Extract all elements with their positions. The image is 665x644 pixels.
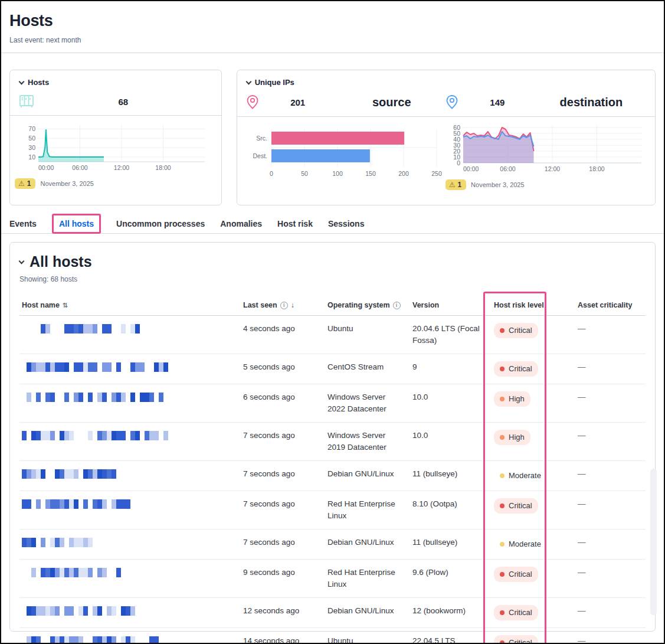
host-name-redacted[interactable] [22, 431, 169, 440]
table-row[interactable]: 7 seconds ago Windows Server 2019 Datace… [19, 423, 646, 461]
table-row[interactable]: 9 seconds ago Red Hat Enterprise Linux 9… [19, 560, 646, 598]
col-asset-criticality[interactable]: Asset criticality [575, 296, 646, 315]
asset-criticality-value: — [575, 461, 646, 491]
collapse-chevron-icon[interactable] [19, 258, 25, 264]
sort-desc-icon[interactable]: ↓ [291, 301, 294, 309]
all-hosts-panel: All hosts Showing: 68 hosts Host name ⇅ … [9, 242, 656, 632]
svg-text:18:00: 18:00 [155, 164, 171, 171]
showing-count-label: Showing: 68 hosts [19, 275, 646, 283]
collapse-chevron-icon[interactable] [245, 79, 251, 84]
col-version[interactable]: Version [410, 296, 492, 315]
host-name-redacted[interactable] [22, 499, 140, 509]
last-seen-value: 12 seconds ago [241, 598, 325, 627]
hosts-panel-title: Hosts [28, 78, 49, 87]
risk-badge: Moderate [494, 468, 547, 483]
last-event-label: Last event: next month [9, 36, 654, 44]
vertical-scrollbar[interactable] [650, 469, 657, 615]
table-row[interactable]: 12 seconds ago Debian GNU/Linux 12 (book… [19, 598, 646, 628]
risk-dot-icon [500, 542, 505, 547]
svg-text:18:00: 18:00 [589, 165, 604, 172]
os-value: Debian GNU/Linux [325, 529, 410, 559]
col-host-name[interactable]: Host name ⇅ [19, 296, 241, 315]
risk-dot-icon [500, 435, 505, 440]
collapse-chevron-icon[interactable] [19, 79, 25, 84]
svg-text:06:00: 06:00 [500, 165, 515, 172]
hosts-tabs: EventsAll hostsUncommon processesAnomali… [1, 205, 664, 234]
warning-triangle-icon: ⚠ [449, 181, 456, 189]
os-value: CentOS Stream [325, 354, 410, 384]
svg-text:150: 150 [365, 170, 376, 177]
table-row[interactable]: 5 seconds ago CentOS Stream 9 Critical — [19, 354, 646, 384]
svg-text:60: 60 [453, 124, 460, 131]
chart-date-label: November 3, 2025 [471, 181, 525, 188]
tab-all-hosts[interactable]: All hosts [52, 214, 101, 234]
col-operating-system[interactable]: Operating system i [325, 296, 410, 315]
table-row[interactable]: 4 seconds ago Ubuntu 20.04.6 LTS (Focal … [19, 316, 646, 354]
col-last-seen[interactable]: Last seen i ↓ [241, 296, 325, 315]
version-value: 22.04.5 LTS (Jammy Jellyfish) [410, 628, 492, 644]
last-seen-value: 7 seconds ago [241, 491, 325, 529]
tab-anomalies[interactable]: Anomalies [220, 219, 262, 228]
destination-pin-icon [446, 95, 458, 109]
chart-warning-badge[interactable]: ⚠ 1 [445, 179, 466, 190]
risk-dot-icon [500, 367, 505, 371]
svg-text:10: 10 [28, 153, 35, 161]
asset-criticality-value: — [575, 529, 646, 559]
version-value: 20.04.6 LTS (Focal Fossa) [410, 316, 492, 354]
unique-ips-line-chart: 010203040506000:0006:0012:0018:00 [445, 123, 646, 179]
svg-text:250: 250 [431, 170, 442, 177]
chart-date-label: November 3, 2025 [40, 180, 94, 187]
host-name-redacted[interactable] [22, 606, 137, 616]
os-value: Red Hat Enterprise Linux [325, 491, 410, 529]
tab-host-risk[interactable]: Host risk [277, 219, 313, 228]
risk-badge: Critical [494, 498, 538, 514]
sort-updown-icon[interactable]: ⇅ [63, 302, 68, 309]
host-name-redacted[interactable] [22, 324, 158, 334]
risk-badge: Moderate [494, 537, 547, 552]
svg-text:00:00: 00:00 [463, 165, 479, 172]
risk-dot-icon [500, 328, 505, 333]
asset-criticality-value: — [575, 491, 646, 529]
chart-warning-badge[interactable]: ⚠ 1 [15, 178, 35, 189]
svg-text:50: 50 [301, 170, 308, 177]
table-header-row: Host name ⇅ Last seen i ↓ Operating syst… [19, 296, 646, 316]
server-rack-icon [19, 95, 35, 108]
table-row[interactable]: 7 seconds ago Debian GNU/Linux 11 (bulls… [19, 461, 646, 491]
version-value: 10.0 [410, 423, 492, 460]
destination-label: destination [537, 96, 646, 109]
host-name-redacted[interactable] [22, 636, 160, 644]
host-name-redacted[interactable] [22, 393, 166, 402]
host-name-redacted[interactable] [22, 538, 96, 547]
col-host-risk-level[interactable]: Host risk level [492, 296, 575, 315]
version-value: 9.6 (Plow) [410, 560, 492, 597]
hosts-kpi-panel: Hosts 68 [9, 70, 222, 205]
table-row[interactable]: 14 seconds ago Ubuntu 22.04.5 LTS (Jammy… [19, 628, 646, 644]
last-seen-value: 7 seconds ago [241, 423, 325, 460]
warning-triangle-icon: ⚠ [18, 179, 25, 188]
info-icon[interactable]: i [280, 302, 288, 309]
svg-text:Dest.: Dest. [253, 152, 267, 159]
risk-badge: High [494, 391, 530, 407]
table-row[interactable]: 7 seconds ago Debian GNU/Linux 11 (bulls… [19, 529, 646, 560]
info-icon[interactable]: i [393, 302, 401, 309]
svg-text:12:00: 12:00 [114, 164, 129, 171]
risk-dot-icon [500, 572, 505, 577]
version-value: 9 [410, 354, 492, 384]
tab-events[interactable]: Events [9, 219, 37, 228]
os-value: Debian GNU/Linux [325, 598, 410, 627]
host-name-redacted[interactable] [22, 568, 125, 577]
table-row[interactable]: 7 seconds ago Red Hat Enterprise Linux 8… [19, 491, 646, 529]
risk-dot-icon [500, 640, 505, 644]
tab-sessions[interactable]: Sessions [328, 219, 364, 228]
risk-dot-icon [500, 397, 505, 401]
risk-badge: Critical [494, 605, 538, 620]
unique-ips-panel-title: Unique IPs [255, 78, 294, 87]
svg-text:Src.: Src. [256, 135, 267, 142]
host-name-redacted[interactable] [22, 469, 116, 479]
version-value: 8.10 (Ootpa) [410, 491, 492, 529]
table-row[interactable]: 6 seconds ago Windows Server 2022 Datace… [19, 384, 646, 423]
last-seen-value: 9 seconds ago [241, 560, 325, 597]
risk-dot-icon [500, 473, 505, 478]
tab-uncommon-processes[interactable]: Uncommon processes [116, 219, 205, 228]
host-name-redacted[interactable] [22, 362, 169, 372]
